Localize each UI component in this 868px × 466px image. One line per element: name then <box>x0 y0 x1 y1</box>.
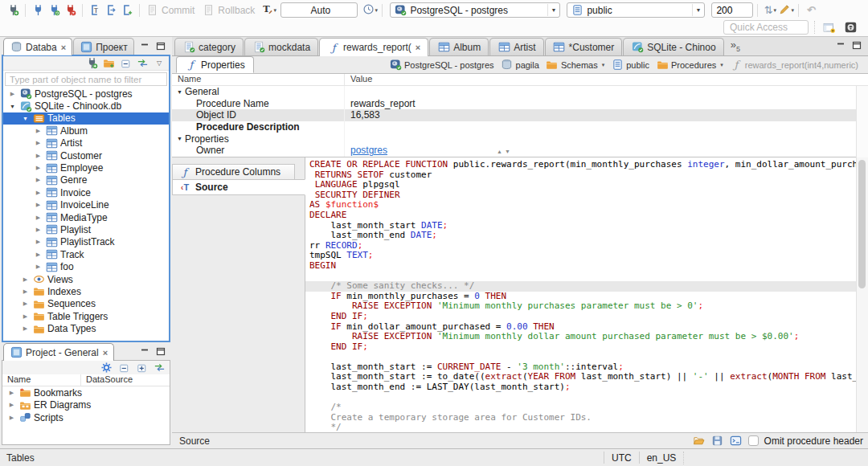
timezone-indicator[interactable]: UTC <box>612 452 632 464</box>
editor-tab-rewards-report[interactable]: ƒrewards_report(× <box>319 38 428 56</box>
tree-item-sequences[interactable]: ▶Sequences <box>3 298 169 310</box>
tab-properties[interactable]: ƒ Properties <box>176 56 254 73</box>
expand-arrow-icon[interactable]: ▶ <box>21 313 30 320</box>
tree-item-mediatype[interactable]: ▶MediaType <box>3 211 169 223</box>
breadcrumb-item-pagila[interactable]: pagila <box>497 59 542 71</box>
new-folder-icon[interactable] <box>102 57 115 69</box>
minimize-icon[interactable] <box>138 345 151 358</box>
tree-item-views[interactable]: ▶Views <box>3 273 169 285</box>
tab-projects[interactable]: Проект <box>73 38 134 55</box>
code-scrollbar[interactable] <box>856 157 868 432</box>
properties-scrollbar[interactable] <box>856 86 868 157</box>
tree-item-playlist[interactable]: ▶Playlist <box>3 223 169 235</box>
close-icon[interactable]: × <box>61 43 66 52</box>
expand-arrow-icon[interactable]: ▶ <box>34 153 43 159</box>
close-tab-icon[interactable]: × <box>416 43 420 52</box>
sql-editor-icon[interactable]: T <box>87 2 103 18</box>
property-row-object-id[interactable]: Object ID16,583 <box>172 109 868 121</box>
tree-item-employee[interactable]: ▶Employee <box>3 161 169 174</box>
expand-all-icon[interactable] <box>135 362 148 374</box>
tree-item-postgresql-postgres[interactable]: ▶PostgreSQL - postgres <box>3 88 169 100</box>
chevron-down-icon[interactable]: ▾ <box>720 62 723 68</box>
close-icon[interactable]: × <box>103 348 108 358</box>
expand-arrow-icon[interactable]: ▶ <box>34 215 43 221</box>
new-sql-editor-icon[interactable] <box>119 2 135 18</box>
expand-arrow-icon[interactable]: ▶ <box>21 288 30 295</box>
expand-arrow-icon[interactable]: ▶ <box>7 402 16 408</box>
tree-item-invoice[interactable]: ▶Invoice <box>3 186 169 198</box>
breadcrumb-item-public[interactable]: public <box>608 59 653 71</box>
sash-handle[interactable]: ▲▼ <box>497 149 510 154</box>
property-row-general[interactable]: ▼General <box>172 86 868 98</box>
chevron-down-icon[interactable]: ▾ <box>602 62 605 68</box>
editor-tab-mockdata[interactable]: mockdata <box>244 38 318 55</box>
pen-icon[interactable]: ▾ <box>778 2 794 18</box>
commit-icon[interactable] <box>144 2 160 18</box>
dbeaver-perspective-icon[interactable] <box>842 19 858 35</box>
object-filter-input[interactable] <box>5 72 167 86</box>
new-connection-icon[interactable] <box>5 2 21 18</box>
expand-arrow-icon[interactable]: ▶ <box>34 251 43 258</box>
collapse-arrow-icon[interactable]: ▼ <box>8 104 17 109</box>
tree-item-artist[interactable]: ▶Artist <box>3 137 169 149</box>
column-value[interactable]: Value <box>345 74 868 85</box>
transaction-log-icon[interactable]: ▾ <box>362 2 378 18</box>
editor-tab-customer[interactable]: *Customer <box>545 38 623 55</box>
maximize-icon[interactable] <box>154 345 167 358</box>
tab-source-bottom[interactable]: Source <box>172 435 210 447</box>
view-menu-icon[interactable]: ▽ <box>153 57 166 69</box>
editor-tab-sqlite-chinoo[interactable]: SQLite - Chinoo <box>623 38 723 55</box>
tree-item-customer[interactable]: ▶Customer <box>3 149 169 161</box>
open-sql-script-icon[interactable] <box>103 2 119 18</box>
expand-arrow-icon[interactable]: ▶ <box>34 227 43 233</box>
settings-gear-icon[interactable] <box>100 362 113 374</box>
link-with-editor-icon[interactable] <box>136 57 149 69</box>
expand-arrow-icon[interactable]: ▶ <box>34 140 43 146</box>
save-to-file-icon[interactable] <box>711 435 724 447</box>
collapse-all-icon[interactable] <box>117 362 130 374</box>
disconnect-icon[interactable] <box>62 2 78 18</box>
omit-procedure-header-checkbox[interactable] <box>748 435 759 446</box>
rollback-icon[interactable] <box>200 2 216 18</box>
schema-combo[interactable]: public ▼ <box>567 2 705 18</box>
breadcrumb-item-schemas[interactable]: Schemas▾ <box>542 59 608 71</box>
tree-item-sqlite-chinook-db[interactable]: ▼SQLite - Chinook.db <box>3 100 169 112</box>
tree-item-invoiceline[interactable]: ▶InvoiceLine <box>3 199 169 211</box>
expand-arrow-icon[interactable]: ▶ <box>21 276 30 283</box>
expand-arrow-icon[interactable]: ▶ <box>34 202 43 208</box>
property-row-procedure-name[interactable]: Procedure Namerewards_report <box>172 98 868 110</box>
open-sql-console-icon[interactable] <box>730 435 743 447</box>
tab-project-general[interactable]: Project - General × <box>3 343 114 361</box>
expand-arrow-icon[interactable]: ▶ <box>34 190 43 196</box>
commit-button[interactable]: Commit <box>162 5 194 16</box>
undo-icon[interactable]: ↶ <box>803 2 819 18</box>
quick-access-input[interactable] <box>723 20 809 35</box>
tree-item-foo[interactable]: ▶foo <box>3 260 169 272</box>
editor-tab-category[interactable]: category <box>174 38 244 55</box>
tree-item-table-triggers[interactable]: ▶Table Triggers <box>3 310 169 322</box>
column-name[interactable]: Name <box>2 374 81 386</box>
tree-item-album[interactable]: ▶Album <box>3 125 169 137</box>
rollback-button[interactable]: Rollback <box>218 5 255 16</box>
transaction-mode-icon[interactable]: T▾ <box>260 2 276 18</box>
tree-item-track[interactable]: ▶Track <box>3 248 169 260</box>
locale-indicator[interactable]: en_US <box>647 452 677 464</box>
minimize-icon[interactable] <box>834 39 847 51</box>
breadcrumb-item-procedures[interactable]: Procedures▾ <box>653 59 727 71</box>
editor-tab-album[interactable]: Album <box>429 38 489 55</box>
tree-item-genre[interactable]: ▶Genre <box>3 174 169 186</box>
auto-commit-combo[interactable]: Auto <box>280 2 358 18</box>
column-name[interactable]: Name <box>172 74 345 85</box>
project-item-er-diagrams[interactable]: ▶ER Diagrams <box>2 399 170 412</box>
new-connection-icon[interactable] <box>85 57 98 69</box>
expand-arrow-icon[interactable]: ▶ <box>21 325 30 332</box>
collapse-arrow-icon[interactable]: ▼ <box>177 136 182 141</box>
owner-link[interactable]: postgres <box>350 145 387 156</box>
expand-arrow-icon[interactable]: ▶ <box>7 415 16 421</box>
expand-arrow-icon[interactable]: ▶ <box>7 390 16 396</box>
property-row-procedure-description[interactable]: Procedure Description <box>172 121 868 133</box>
fetch-size-input[interactable] <box>711 2 753 18</box>
hidden-tabs-count[interactable]: »5 <box>731 39 740 53</box>
maximize-icon[interactable] <box>154 40 167 52</box>
combo-arrow-icon[interactable]: ▼ <box>547 4 559 16</box>
